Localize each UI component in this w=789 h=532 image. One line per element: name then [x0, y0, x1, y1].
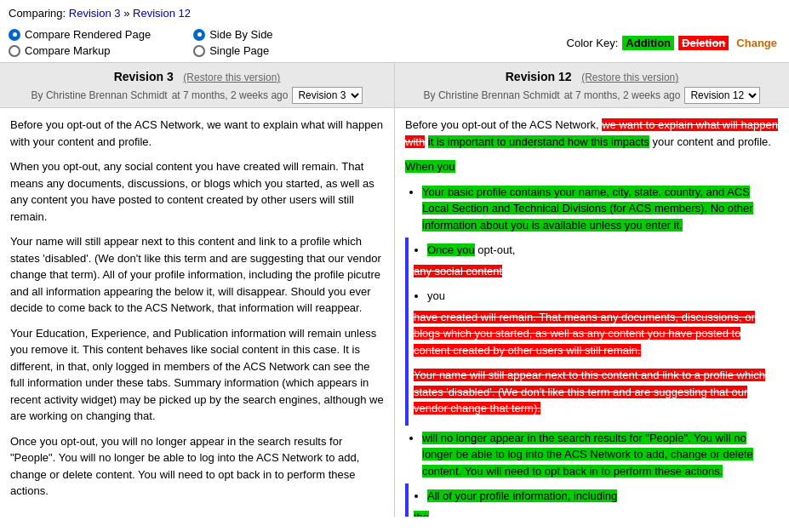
- ins-once: Once you: [427, 243, 475, 256]
- right-meta-time: at 7 months, 2 weeks ago: [564, 89, 681, 101]
- compare-rendered-radio[interactable]: [9, 29, 20, 41]
- right-li-once: Once you opt-out,: [427, 242, 779, 259]
- left-revision-select[interactable]: Revision 3: [292, 87, 363, 104]
- right-para-when: When you: [405, 158, 779, 175]
- left-restore-link[interactable]: (Restore this version): [183, 72, 280, 83]
- left-para-4: Your Education, Experience, and Publicat…: [10, 325, 384, 425]
- comparing-text: Comparing: Revision 3 » Revision 12: [9, 7, 191, 20]
- ins-all-profile: All of your profile information, includi…: [427, 489, 617, 502]
- left-revision-panel: Revision 3 (Restore this version) By Chr…: [0, 63, 395, 517]
- side-by-side-option[interactable]: Side By Side: [193, 28, 272, 41]
- left-para-5: Once you opt-out, you will no longer app…: [10, 433, 384, 500]
- color-key: Color Key: Addition Deletion Change: [567, 36, 780, 50]
- ins-basic: Your basic profile contains your name, c…: [422, 186, 753, 232]
- left-meta-time: at 7 months, 2 weeks ago: [172, 89, 289, 101]
- single-page-radio[interactable]: [193, 45, 205, 57]
- rev-to-link[interactable]: Revision 12: [133, 7, 191, 20]
- right-li-you: you: [427, 288, 779, 305]
- right-revision-panel: Revision 12 (Restore this version) By Ch…: [395, 63, 789, 517]
- right-the: the: [414, 509, 617, 518]
- del-your-name: Your name will still appear next to this…: [414, 369, 765, 415]
- del-any-social: any social content: [414, 265, 502, 277]
- del-have-created: have created will remain. That means any…: [414, 311, 755, 357]
- right-li-search: will no longer appear in the search resu…: [422, 430, 779, 480]
- right-any-social: any social content: [414, 263, 779, 280]
- compare-container: Revision 3 (Restore this version) By Chr…: [0, 62, 789, 517]
- deletion-badge: Deletion: [678, 36, 729, 50]
- ins-search: will no longer appear in the search resu…: [422, 432, 753, 478]
- compare-options: Compare Rendered Page Compare Markup: [9, 28, 151, 57]
- right-li-1: Your basic profile contains your name, c…: [422, 184, 779, 234]
- right-restore-link[interactable]: (Restore this version): [581, 72, 678, 83]
- layout-options: Side By Side Single Page: [193, 28, 272, 57]
- left-revision-header: Revision 3 (Restore this version) By Chr…: [0, 63, 394, 108]
- change-bar-1: Once you opt-out, any social content you…: [405, 237, 779, 426]
- change-badge: Change: [733, 36, 780, 50]
- right-revision-title: Revision 12: [506, 70, 572, 83]
- right-li-all-profile: All of your profile information, includi…: [427, 488, 617, 505]
- right-meta-by: By Christine Brennan Schmidt: [424, 89, 560, 101]
- change-bar-2: All of your profile information, includi…: [405, 483, 779, 517]
- right-your-name: Your name will still appear next to this…: [414, 367, 779, 417]
- compare-rendered-label: Compare Rendered Page: [25, 28, 151, 41]
- left-revision-content: Before you opt-out of the ACS Network, w…: [0, 108, 394, 517]
- addition-badge: Addition: [622, 36, 674, 50]
- side-by-side-radio[interactable]: [193, 29, 205, 41]
- rev-from-link[interactable]: Revision 3: [69, 7, 121, 20]
- right-revision-content: Before you opt-out of the ACS Network, w…: [395, 108, 789, 517]
- single-page-option[interactable]: Single Page: [193, 44, 272, 57]
- left-para-1: Before you opt-out of the ACS Network, w…: [10, 117, 384, 150]
- left-meta-by: By Christine Brennan Schmidt: [31, 89, 168, 101]
- compare-rendered-option[interactable]: Compare Rendered Page: [9, 28, 151, 41]
- color-key-label: Color Key:: [567, 37, 619, 49]
- left-para-2: When you opt-out, any social content you…: [10, 158, 384, 225]
- left-revision-title: Revision 3: [114, 70, 174, 83]
- side-by-side-label: Side By Side: [209, 28, 272, 41]
- compare-markup-label: Compare Markup: [25, 44, 110, 57]
- single-page-label: Single Page: [209, 44, 269, 57]
- right-revision-header: Revision 12 (Restore this version) By Ch…: [395, 63, 789, 108]
- compare-markup-option[interactable]: Compare Markup: [9, 44, 151, 57]
- right-have-created: have created will remain. That means any…: [414, 309, 779, 359]
- right-revision-select[interactable]: Revision 12: [684, 87, 760, 104]
- right-list-2: will no longer appear in the search resu…: [422, 430, 779, 480]
- controls-row: Compare Rendered Page Compare Markup Sid…: [0, 23, 789, 62]
- compare-markup-radio[interactable]: [9, 45, 20, 57]
- ins-1: it is important to understand how this i…: [428, 135, 649, 148]
- top-bar: Comparing: Revision 3 » Revision 12: [0, 0, 789, 23]
- ins-the: the: [414, 511, 429, 518]
- ins-when: When you: [405, 160, 455, 173]
- left-para-3: Your name will still appear next to this…: [10, 233, 384, 317]
- right-para-1: Before you opt-out of the ACS Network, w…: [405, 117, 779, 150]
- right-list-1: Your basic profile contains your name, c…: [422, 184, 779, 234]
